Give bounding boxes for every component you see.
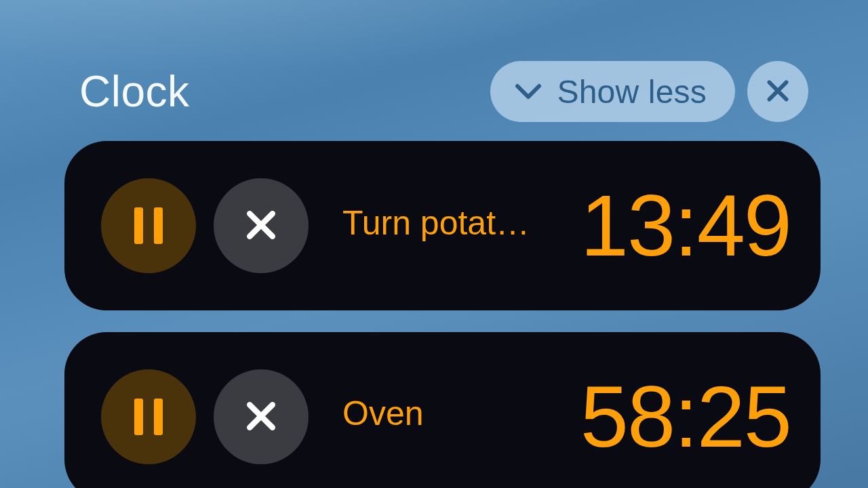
- pause-button[interactable]: [101, 178, 196, 273]
- timer-time: 13:49: [580, 182, 791, 269]
- pause-icon: [134, 207, 163, 244]
- notification-stack: Clock Show less: [64, 61, 821, 488]
- close-icon: [764, 77, 792, 107]
- timer-cards: Turn potat… 13:49 Oven 58:25: [64, 141, 821, 488]
- app-title: Clock: [79, 66, 190, 117]
- header-controls: Show less: [490, 61, 808, 122]
- timer-label-area: Oven: [342, 394, 563, 440]
- chevron-down-icon: [515, 82, 542, 101]
- cancel-timer-button[interactable]: [214, 369, 309, 464]
- timer-label: Turn potat…: [342, 203, 530, 248]
- show-less-label: Show less: [557, 73, 707, 110]
- dismiss-stack-button[interactable]: [747, 61, 808, 122]
- timer-time: 58:25: [580, 373, 791, 460]
- timer-label: Oven: [342, 394, 424, 440]
- cancel-timer-button[interactable]: [214, 178, 309, 273]
- close-icon: [242, 397, 280, 437]
- close-icon: [242, 206, 280, 246]
- timer-card[interactable]: Turn potat… 13:49: [64, 141, 821, 310]
- show-less-button[interactable]: Show less: [490, 61, 735, 122]
- pause-icon: [134, 399, 163, 435]
- stack-header: Clock Show less: [64, 61, 821, 122]
- timer-label-area: Turn potat…: [342, 203, 563, 248]
- timer-card[interactable]: Oven 58:25: [64, 332, 821, 488]
- pause-button[interactable]: [101, 369, 196, 464]
